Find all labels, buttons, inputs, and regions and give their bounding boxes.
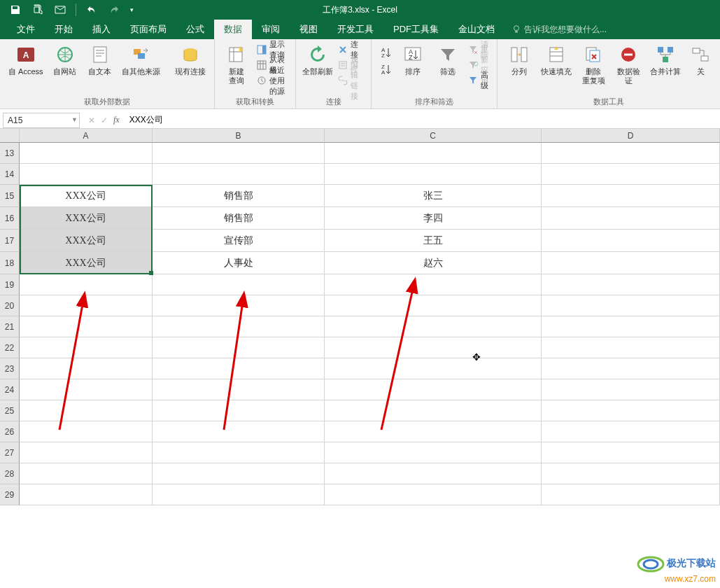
sort-za-button[interactable]: ZA [376, 62, 395, 77]
cell-A19[interactable] [20, 274, 153, 295]
cell-D22[interactable] [542, 337, 720, 358]
cell-C19[interactable] [325, 274, 542, 295]
cell-A16[interactable]: XXX公司 [20, 207, 153, 230]
cell-B24[interactable] [153, 379, 325, 400]
cell-C27[interactable] [325, 442, 542, 463]
cell-D26[interactable] [542, 421, 720, 442]
cell-B19[interactable] [153, 274, 325, 295]
row-header-17[interactable]: 17 [0, 230, 20, 252]
menu-view[interactable]: 视图 [290, 20, 327, 39]
menu-home[interactable]: 开始 [45, 20, 83, 39]
cell-B16[interactable]: 销售部 [153, 207, 325, 230]
from-access-button[interactable]: A自 Access [4, 41, 48, 79]
undo-button[interactable] [82, 1, 101, 18]
sort-button[interactable]: AZ排序 [395, 41, 430, 79]
row-header-21[interactable]: 21 [0, 316, 20, 337]
row-header-13[interactable]: 13 [0, 143, 20, 164]
cell-D27[interactable] [542, 442, 720, 463]
row-header-14[interactable]: 14 [0, 164, 20, 185]
cell-C14[interactable] [325, 164, 542, 185]
from-web-button[interactable]: 自网站 [48, 41, 83, 79]
row-header-23[interactable]: 23 [0, 358, 20, 379]
consolidate-button[interactable]: 合并计算 [646, 41, 685, 79]
cancel-formula-button[interactable]: ✕ [88, 115, 95, 125]
cell-D20[interactable] [542, 295, 720, 316]
row-header-25[interactable]: 25 [0, 400, 20, 421]
row-header-27[interactable]: 27 [0, 442, 20, 463]
advanced-filter-button[interactable]: 高级 [465, 73, 493, 88]
cell-D24[interactable] [542, 379, 720, 400]
cell-A22[interactable] [20, 337, 153, 358]
existing-connections-button[interactable]: 现有连接 [171, 41, 210, 79]
cell-C16[interactable]: 李四 [325, 207, 542, 230]
cell-D28[interactable] [542, 463, 720, 484]
spreadsheet-grid[interactable]: ABCD 1314151617181920212223242526272829 … [0, 129, 720, 588]
cell-D29[interactable] [542, 484, 720, 505]
enter-formula-button[interactable]: ✓ [101, 115, 108, 125]
cell-B15[interactable]: 销售部 [153, 185, 325, 207]
menu-layout[interactable]: 页面布局 [120, 20, 176, 39]
cell-A27[interactable] [20, 442, 153, 463]
qat-customize-button[interactable]: ▾ [127, 1, 136, 18]
email-button[interactable] [50, 1, 70, 18]
cell-D16[interactable] [542, 207, 720, 230]
menu-review[interactable]: 审阅 [252, 20, 290, 39]
cell-D25[interactable] [542, 400, 720, 421]
save-button[interactable] [6, 1, 25, 18]
cell-B17[interactable]: 宣传部 [153, 230, 325, 252]
cell-C17[interactable]: 王五 [325, 230, 542, 252]
cell-A24[interactable] [20, 379, 153, 400]
cell-C28[interactable] [325, 463, 542, 484]
cell-B26[interactable] [153, 421, 325, 442]
cell-C20[interactable] [325, 295, 542, 316]
row-header-16[interactable]: 16 [0, 207, 20, 230]
fx-button[interactable]: fx [113, 115, 120, 125]
cell-B27[interactable] [153, 442, 325, 463]
cell-A13[interactable] [20, 143, 153, 164]
cell-C29[interactable] [325, 484, 542, 505]
cell-A17[interactable]: XXX公司 [20, 230, 153, 252]
row-header-20[interactable]: 20 [0, 295, 20, 316]
menu-wps[interactable]: 金山文档 [449, 20, 504, 39]
recent-sources-button[interactable]: 最近使用的源 [254, 73, 291, 88]
cell-D19[interactable] [542, 274, 720, 295]
new-query-button[interactable]: 新建 查询 [219, 41, 254, 88]
cell-B28[interactable] [153, 463, 325, 484]
select-all-corner[interactable] [0, 129, 20, 143]
cell-C23[interactable] [325, 358, 542, 379]
data-validation-button[interactable]: 数据验 证 [611, 41, 646, 88]
cell-C18[interactable]: 赵六 [325, 252, 542, 274]
redo-button[interactable] [104, 1, 124, 18]
cell-B14[interactable] [153, 164, 325, 185]
cell-B18[interactable]: 人事处 [153, 252, 325, 274]
edit-links-button[interactable]: 编辑链接 [335, 73, 367, 88]
relationships-button[interactable]: 关 [685, 41, 716, 79]
column-header-D[interactable]: D [542, 129, 720, 143]
chevron-down-icon[interactable]: ▼ [71, 116, 78, 123]
cell-C24[interactable] [325, 379, 542, 400]
column-header-B[interactable]: B [153, 129, 325, 143]
cell-A25[interactable] [20, 400, 153, 421]
cell-B20[interactable] [153, 295, 325, 316]
cell-A18[interactable]: XXX公司 [20, 252, 153, 274]
cell-D13[interactable] [542, 143, 720, 164]
cell-D18[interactable] [542, 252, 720, 274]
cell-A14[interactable] [20, 164, 153, 185]
cell-D15[interactable] [542, 185, 720, 207]
cell-D21[interactable] [542, 316, 720, 337]
cell-C25[interactable] [325, 400, 542, 421]
cell-C13[interactable] [325, 143, 542, 164]
menu-dev[interactable]: 开发工具 [327, 20, 383, 39]
filter-button[interactable]: 筛选 [430, 41, 465, 79]
cell-B21[interactable] [153, 316, 325, 337]
menu-file[interactable]: 文件 [7, 20, 45, 39]
column-header-A[interactable]: A [20, 129, 153, 143]
cell-A15[interactable]: XXX公司 [20, 185, 153, 207]
cell-A29[interactable] [20, 484, 153, 505]
from-other-button[interactable]: 自其他来源 [118, 41, 164, 79]
row-header-18[interactable]: 18 [0, 252, 20, 274]
menu-pdf[interactable]: PDF工具集 [383, 20, 449, 39]
cell-B22[interactable] [153, 337, 325, 358]
cell-D14[interactable] [542, 164, 720, 185]
cell-B25[interactable] [153, 400, 325, 421]
